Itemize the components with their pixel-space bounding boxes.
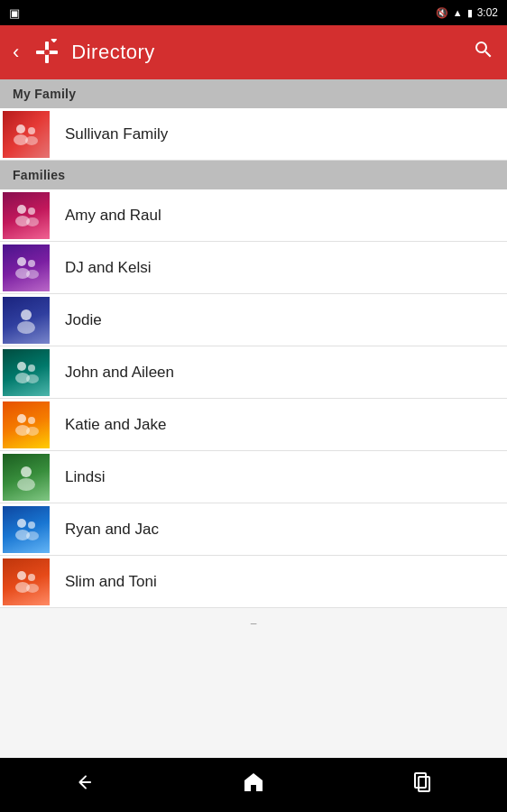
svg-rect-4 [51, 39, 58, 42]
app-logo-icon [33, 39, 60, 66]
john-label: John and Aileen [52, 364, 174, 382]
svg-point-14 [17, 257, 26, 266]
app-bar-left: ‹ Directory [13, 39, 155, 66]
svg-point-13 [26, 217, 39, 226]
scroll-indicator: – [0, 608, 507, 639]
app-title: Directory [71, 41, 155, 64]
my-family-section: My Family Sullivan Family [0, 79, 507, 161]
svg-rect-2 [36, 51, 45, 54]
svg-point-19 [17, 321, 35, 334]
svg-rect-38 [415, 773, 426, 788]
list-item[interactable]: Amy and Raul [0, 189, 507, 242]
sullivan-label: Sullivan Family [52, 125, 168, 143]
avatar [3, 111, 50, 158]
list-item[interactable]: Slim and Toni [0, 556, 507, 608]
search-button[interactable] [473, 39, 494, 66]
svg-point-20 [17, 362, 26, 371]
svg-point-21 [28, 364, 35, 372]
svg-point-27 [26, 427, 39, 436]
bottom-nav [0, 758, 507, 812]
svg-point-15 [28, 260, 35, 267]
battery-icon: ▮ [467, 7, 473, 19]
list-item[interactable]: DJ and Kelsi [0, 242, 507, 294]
svg-point-30 [17, 519, 26, 528]
amy-label: Amy and Raul [52, 207, 161, 225]
back-nav-button[interactable] [45, 761, 124, 809]
svg-point-28 [21, 466, 32, 477]
svg-rect-39 [419, 777, 429, 791]
svg-point-37 [26, 584, 39, 593]
list-item[interactable]: Jodie [0, 294, 507, 346]
svg-point-24 [17, 414, 26, 423]
avatar [3, 558, 50, 605]
svg-point-25 [28, 417, 35, 424]
time-display: 3:02 [477, 6, 498, 19]
main-content: My Family Sullivan Family Families [0, 79, 507, 758]
svg-point-17 [26, 270, 39, 279]
status-bar: ▣ 🔇 ▲ ▮ 3:02 [0, 0, 507, 25]
katie-label: Katie and Jake [52, 416, 166, 434]
svg-point-23 [26, 374, 39, 383]
avatar [3, 245, 50, 291]
app-bar: ‹ Directory [0, 25, 507, 79]
svg-point-7 [28, 127, 35, 134]
svg-point-29 [17, 478, 35, 491]
mute-icon: 🔇 [436, 7, 448, 19]
dj-label: DJ and Kelsi [52, 259, 151, 277]
wifi-icon: ▲ [453, 7, 463, 18]
list-item[interactable]: Katie and Jake [0, 399, 507, 451]
svg-point-18 [21, 309, 32, 320]
home-nav-button[interactable] [214, 761, 293, 809]
svg-point-33 [26, 531, 39, 540]
avatar [3, 192, 50, 239]
my-family-header: My Family [0, 79, 507, 108]
notification-icon: ▣ [9, 6, 20, 20]
avatar [3, 349, 50, 396]
avatar [3, 506, 50, 553]
back-button[interactable]: ‹ [13, 41, 19, 64]
svg-point-31 [28, 521, 35, 529]
svg-point-9 [25, 136, 38, 145]
status-bar-left: ▣ [9, 6, 20, 20]
list-item[interactable]: Lindsi [0, 451, 507, 503]
svg-point-6 [16, 125, 25, 134]
svg-point-10 [17, 205, 26, 214]
jodie-label: Jodie [52, 311, 102, 329]
sullivan-photo [3, 111, 50, 158]
svg-rect-0 [45, 42, 49, 51]
svg-point-11 [28, 208, 35, 215]
list-item[interactable]: Sullivan Family [0, 108, 507, 161]
svg-rect-1 [45, 54, 49, 63]
lindsi-label: Lindsi [52, 468, 105, 486]
ryan-label: Ryan and Jac [52, 521, 159, 539]
list-item[interactable]: John and Aileen [0, 346, 507, 399]
families-section: Families Amy and Raul [0, 161, 507, 608]
avatar [3, 401, 50, 448]
svg-point-5 [44, 50, 50, 55]
status-bar-right: 🔇 ▲ ▮ 3:02 [436, 6, 498, 19]
slim-label: Slim and Toni [52, 573, 157, 591]
list-item[interactable]: Ryan and Jac [0, 503, 507, 556]
svg-point-34 [17, 571, 26, 580]
recents-nav-button[interactable] [383, 761, 462, 809]
avatar [3, 297, 50, 344]
svg-point-35 [28, 574, 35, 581]
families-header: Families [0, 161, 507, 189]
avatar [3, 454, 50, 501]
svg-rect-3 [49, 51, 58, 54]
